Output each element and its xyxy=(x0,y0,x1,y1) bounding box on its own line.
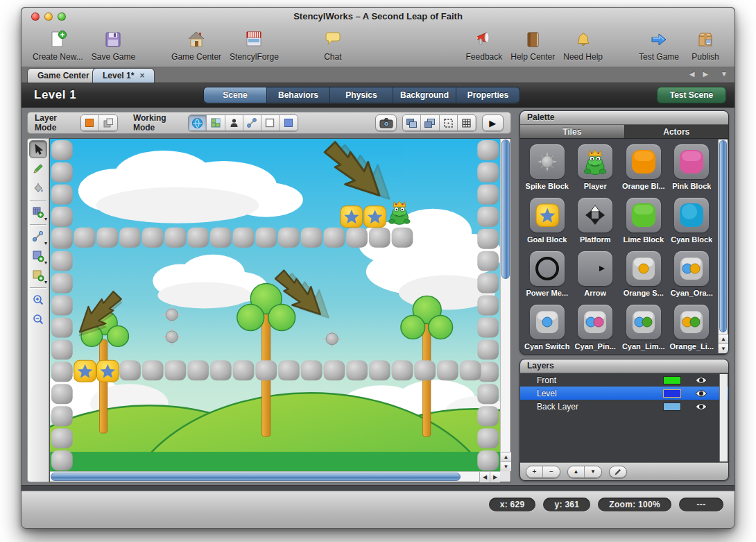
tab-scene[interactable]: Scene xyxy=(204,87,267,103)
tile-block[interactable] xyxy=(233,360,255,380)
palette-item[interactable]: Goal Block xyxy=(523,195,572,248)
tile-block[interactable] xyxy=(477,185,499,205)
tab-game-center[interactable]: Game Center xyxy=(27,68,100,83)
fill-tool[interactable] xyxy=(29,179,47,197)
tile-block[interactable] xyxy=(210,360,232,380)
tile-block[interactable] xyxy=(119,360,141,380)
tile-block[interactable] xyxy=(477,162,499,183)
tile-block[interactable] xyxy=(51,450,73,471)
scene-canvas[interactable] xyxy=(50,139,500,471)
close-window-button[interactable] xyxy=(31,12,40,21)
tile-block[interactable] xyxy=(51,228,73,248)
tile-block[interactable] xyxy=(165,228,187,248)
publish-button[interactable]: Publish xyxy=(683,27,728,63)
palette-item[interactable]: Platform xyxy=(572,195,620,248)
edit-layer-button[interactable] xyxy=(609,466,627,478)
tile-block[interactable] xyxy=(74,228,96,248)
test-scene-button[interactable]: Test Scene xyxy=(657,87,726,103)
tile-block[interactable] xyxy=(51,296,73,316)
goal-block-actor[interactable] xyxy=(96,360,119,382)
tile-block[interactable] xyxy=(255,228,277,248)
palette-tab-actors[interactable]: Actors xyxy=(625,125,729,138)
layer-row-level[interactable]: Level xyxy=(520,387,728,400)
titlebar[interactable]: StencylWorks – A Second Leap of Faith xyxy=(22,8,734,26)
tile-block[interactable] xyxy=(477,339,499,359)
tile-block[interactable] xyxy=(324,360,345,380)
palette-item[interactable]: Lime Block xyxy=(619,195,668,248)
palette-item[interactable]: Orange_Li... xyxy=(668,302,716,355)
tile-block[interactable] xyxy=(477,384,499,404)
feedback-button[interactable]: Feedback xyxy=(462,27,507,63)
visibility-eye-icon[interactable] xyxy=(695,376,707,384)
palette-item[interactable]: Cyan Block xyxy=(668,195,716,248)
region-mode-button[interactable] xyxy=(261,115,280,130)
scrollbar-thumb[interactable] xyxy=(501,139,510,279)
tab-list-menu-icon[interactable]: ▼ xyxy=(721,70,728,78)
tile-block[interactable] xyxy=(187,228,209,248)
canvas-vertical-scrollbar[interactable]: ▲ ▼ xyxy=(500,139,510,471)
tile-block[interactable] xyxy=(51,317,73,337)
tile-block[interactable] xyxy=(369,360,390,380)
layer-row-front[interactable]: Front xyxy=(520,373,728,387)
tab-physics[interactable]: Physics xyxy=(330,87,393,103)
tile-block[interactable] xyxy=(142,360,164,380)
tab-background[interactable]: Background xyxy=(393,87,456,103)
test-game-button[interactable]: Test Game xyxy=(635,27,683,63)
tile-block[interactable] xyxy=(477,406,499,426)
tile-block[interactable] xyxy=(51,384,73,404)
palette-scrollbar[interactable]: ▲ ▼ xyxy=(718,139,728,353)
tile-block[interactable] xyxy=(51,406,73,426)
tile-block[interactable] xyxy=(51,207,73,227)
tile-block[interactable] xyxy=(460,360,481,380)
single-layer-mode-button[interactable] xyxy=(81,115,99,130)
tile-block[interactable] xyxy=(255,360,277,380)
visibility-eye-icon[interactable] xyxy=(695,403,707,411)
bring-forward-button[interactable] xyxy=(421,115,439,130)
layers-scrollbar[interactable] xyxy=(719,374,728,461)
tile-block[interactable] xyxy=(51,339,73,359)
tile-block[interactable] xyxy=(278,228,300,248)
tile-block[interactable] xyxy=(278,360,300,380)
tab-nav-left-icon[interactable]: ◀ xyxy=(689,70,695,78)
save-game-button[interactable]: Save Game xyxy=(87,27,139,63)
tab-behaviors[interactable]: Behaviors xyxy=(267,87,330,103)
tile-block[interactable] xyxy=(142,228,164,248)
preview-play-button[interactable]: ▶ xyxy=(482,115,504,131)
tile-block[interactable] xyxy=(51,428,73,448)
tile-block[interactable] xyxy=(301,360,323,380)
tile-block[interactable] xyxy=(51,273,73,294)
tile-block[interactable] xyxy=(477,207,499,227)
layer-color-swatch[interactable] xyxy=(663,389,681,398)
remove-layer-button[interactable]: − xyxy=(543,466,560,477)
tile-block[interactable] xyxy=(346,228,368,248)
palette-item[interactable]: Cyan_Lim... xyxy=(619,302,668,355)
zoom-out-tool[interactable] xyxy=(29,310,47,328)
show-grid-button[interactable] xyxy=(458,115,476,130)
add-region-tool[interactable]: ▾ xyxy=(29,247,47,265)
pencil-tool[interactable] xyxy=(29,160,47,178)
add-tiles-tool[interactable]: ▾ xyxy=(29,203,47,221)
tile-block[interactable] xyxy=(346,360,368,380)
palette-item[interactable]: Pink Block xyxy=(668,142,716,195)
tile-block[interactable] xyxy=(210,228,232,248)
move-layer-up-button[interactable]: ▲ xyxy=(568,466,585,477)
add-layer-button[interactable]: + xyxy=(526,466,543,477)
tile-block[interactable] xyxy=(233,228,255,248)
goal-block-actor[interactable] xyxy=(341,206,363,228)
palette-item[interactable]: Spike Block xyxy=(523,142,572,195)
tile-block[interactable] xyxy=(477,450,499,471)
joint-tool[interactable]: ▾ xyxy=(29,228,47,246)
tile-block[interactable] xyxy=(414,360,436,380)
tile-block[interactable] xyxy=(477,296,499,316)
tile-block[interactable] xyxy=(301,228,323,248)
palette-item[interactable]: Player xyxy=(572,142,620,195)
tile-block[interactable] xyxy=(477,273,499,294)
send-backward-button[interactable] xyxy=(403,115,421,130)
tile-block[interactable] xyxy=(477,428,499,448)
scrollbar-thumb[interactable] xyxy=(51,473,461,481)
tile-block[interactable] xyxy=(437,360,458,380)
help-center-button[interactable]: Help Center xyxy=(506,27,559,63)
tile-block[interactable] xyxy=(187,360,209,380)
layer-color-swatch[interactable] xyxy=(663,403,681,411)
tile-block[interactable] xyxy=(477,229,499,249)
